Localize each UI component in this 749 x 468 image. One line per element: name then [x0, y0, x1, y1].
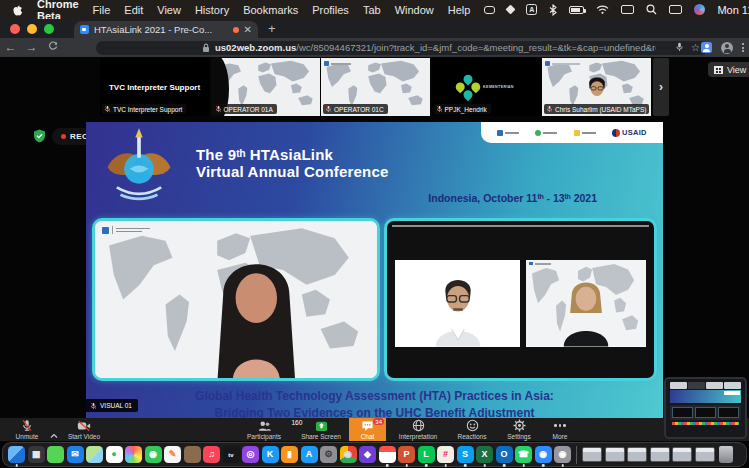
- menu-history[interactable]: History: [195, 4, 229, 16]
- dock-app-chrome-icon[interactable]: ◉: [340, 446, 357, 463]
- dock-app-outlook-icon[interactable]: O: [496, 446, 513, 463]
- display-icon[interactable]: [669, 5, 682, 14]
- bookmark-star-icon[interactable]: ☆: [691, 43, 700, 53]
- battery-icon[interactable]: [569, 6, 584, 14]
- menu-file[interactable]: File: [93, 4, 111, 16]
- chat-app-status-icon[interactable]: [484, 6, 495, 14]
- new-tab-button[interactable]: +: [268, 21, 276, 36]
- menu-profiles[interactable]: Profiles: [312, 4, 349, 16]
- menu-view[interactable]: View: [157, 4, 181, 16]
- url-bar[interactable]: us02web.zoom.us/wc/85094467321/join?trac…: [96, 41, 708, 55]
- menu-help[interactable]: Help: [448, 4, 471, 16]
- menu-edit[interactable]: Edit: [124, 4, 143, 16]
- dock-app-slack-icon[interactable]: #: [437, 446, 454, 463]
- start-video-button[interactable]: Start Video: [60, 418, 108, 441]
- settings-button[interactable]: Settings: [498, 418, 540, 441]
- dock-app-pages-icon[interactable]: ✎: [164, 446, 181, 463]
- unmute-button[interactable]: Unmute: [6, 418, 48, 441]
- menu-window[interactable]: Window: [395, 4, 434, 16]
- dock-app-app-store-icon[interactable]: A: [301, 446, 318, 463]
- dock-app-skype-icon[interactable]: S: [457, 446, 474, 463]
- dock-app-messages-icon[interactable]: [47, 446, 64, 463]
- browser-toolbar: ← → us02web.zoom.us/wc/85094467321/join?…: [0, 38, 749, 57]
- back-button[interactable]: ←: [0, 38, 21, 57]
- browser-tab[interactable]: HTAsiaLink 2021 - Pre-Co... ✕: [74, 21, 258, 38]
- dock-app-zoom-icon[interactable]: ◉: [535, 446, 552, 463]
- app-status-icon[interactable]: [694, 4, 705, 15]
- dock-app-maps-icon[interactable]: [86, 446, 103, 463]
- window-minimize-button[interactable]: [27, 24, 37, 34]
- shared-screen-slide: The 9ᵗʰ HTAsiaLink Virtual Annual Confer…: [86, 122, 663, 420]
- dock-minimized-window[interactable]: [650, 447, 670, 462]
- video-tile-chris-suharlim[interactable]: Chris Suharlim (USAID MTaPS): [542, 58, 651, 116]
- dock-app-app-purple-icon[interactable]: ◆: [359, 446, 376, 463]
- reactions-button[interactable]: Reactions: [449, 418, 495, 441]
- dock-app-keynote-icon[interactable]: K: [262, 446, 279, 463]
- dock-app-calendar-icon[interactable]: [379, 446, 396, 463]
- dock-app-whatsapp-icon[interactable]: ☎: [515, 446, 532, 463]
- tile-logo-header: [324, 61, 351, 66]
- bluetooth-icon[interactable]: [549, 4, 557, 16]
- spotlight-search-icon[interactable]: [646, 4, 657, 15]
- extension-profile-icon[interactable]: [701, 42, 712, 53]
- dock-minimized-window[interactable]: [672, 447, 692, 462]
- dock-app-photos-icon[interactable]: [125, 446, 142, 463]
- dock-app-numbers-icon[interactable]: ●: [106, 446, 123, 463]
- interpretation-button[interactable]: Interpretation: [390, 418, 446, 441]
- dock-app-finder-icon[interactable]: [8, 446, 25, 463]
- video-tile-operator-01c[interactable]: OPERATOR 01C: [321, 58, 430, 116]
- unmute-options-chevron-icon[interactable]: [50, 425, 58, 431]
- dock-app-music-icon[interactable]: ♫: [203, 446, 220, 463]
- dock-app-facetime-icon[interactable]: ◉: [145, 446, 162, 463]
- dock-app-charts-icon[interactable]: ▮: [281, 446, 298, 463]
- video-tile-tvc-interpreter[interactable]: TVC Interpreter Support TVC Interpreter …: [100, 58, 209, 116]
- dock-app-excel-icon[interactable]: X: [476, 446, 493, 463]
- dock-app-launchpad-icon[interactable]: ▦: [28, 446, 45, 463]
- tab-close-icon[interactable]: ✕: [244, 25, 252, 35]
- window-maximize-button[interactable]: [44, 24, 54, 34]
- dock-app-podcasts-icon[interactable]: ◎: [242, 446, 259, 463]
- menu-bar-clock[interactable]: Mon 11 Oct 10:58: [717, 4, 749, 16]
- dock-app-mail-icon[interactable]: ✉: [67, 446, 84, 463]
- browser-menu-icon[interactable]: [742, 43, 744, 52]
- tab-favicon-icon: [80, 25, 89, 34]
- dock-app-system-settings-icon[interactable]: ⚙: [320, 446, 337, 463]
- secondary-display-preview[interactable]: [664, 377, 747, 439]
- input-source-icon[interactable]: [526, 4, 537, 15]
- security-shield-icon[interactable]: [33, 129, 46, 143]
- view-button[interactable]: View: [708, 62, 749, 77]
- dock-app-chrome-beta-icon[interactable]: ◉: [554, 446, 571, 463]
- dock-app-tv-icon[interactable]: tv: [223, 446, 240, 463]
- dock-app-app-brown-icon[interactable]: [184, 446, 201, 463]
- reload-button[interactable]: [42, 38, 63, 57]
- more-button[interactable]: More: [542, 418, 578, 441]
- tile-name-label: Chris Suharlim (USAID MTaPS): [544, 104, 649, 114]
- trash-icon[interactable]: [719, 446, 733, 463]
- dock-minimized-window[interactable]: [605, 447, 625, 462]
- keyboard-icon[interactable]: [621, 5, 634, 14]
- wifi-icon[interactable]: [596, 5, 609, 14]
- chat-button[interactable]: 34 Chat: [349, 418, 386, 441]
- menu-tab[interactable]: Tab: [363, 4, 381, 16]
- video-tile-ppjk-hendrik[interactable]: KEMENTERIAN PPJK_Hendrik: [432, 58, 541, 116]
- dock-app-line-icon[interactable]: L: [418, 446, 435, 463]
- dock-minimized-window[interactable]: [695, 447, 715, 462]
- usaid-seal-icon: [612, 129, 620, 137]
- dock-minimized-window[interactable]: [582, 447, 602, 462]
- dock-app-powerpoint-icon[interactable]: P: [398, 446, 415, 463]
- tile-name-label: TVC Interpreter Support: [102, 104, 186, 114]
- forward-button[interactable]: →: [21, 38, 42, 57]
- apple-menu-icon[interactable]: [12, 3, 23, 16]
- diamond-status-icon[interactable]: [506, 5, 516, 15]
- panel-logo-header: [102, 226, 150, 234]
- dock-minimized-window[interactable]: [627, 447, 647, 462]
- share-screen-button[interactable]: Share Screen: [293, 418, 349, 441]
- voice-search-icon[interactable]: [676, 42, 683, 54]
- window-close-button[interactable]: [10, 24, 20, 34]
- tab-title: HTAsiaLink 2021 - Pre-Co...: [94, 24, 228, 35]
- menu-bookmarks[interactable]: Bookmarks: [243, 4, 298, 16]
- browser-profile-avatar[interactable]: [721, 42, 733, 54]
- video-tile-operator-01a[interactable]: OPERATOR 01A: [211, 58, 320, 116]
- participants-button[interactable]: 160 Participants: [237, 418, 291, 441]
- filmstrip-next-button[interactable]: ›: [653, 58, 669, 116]
